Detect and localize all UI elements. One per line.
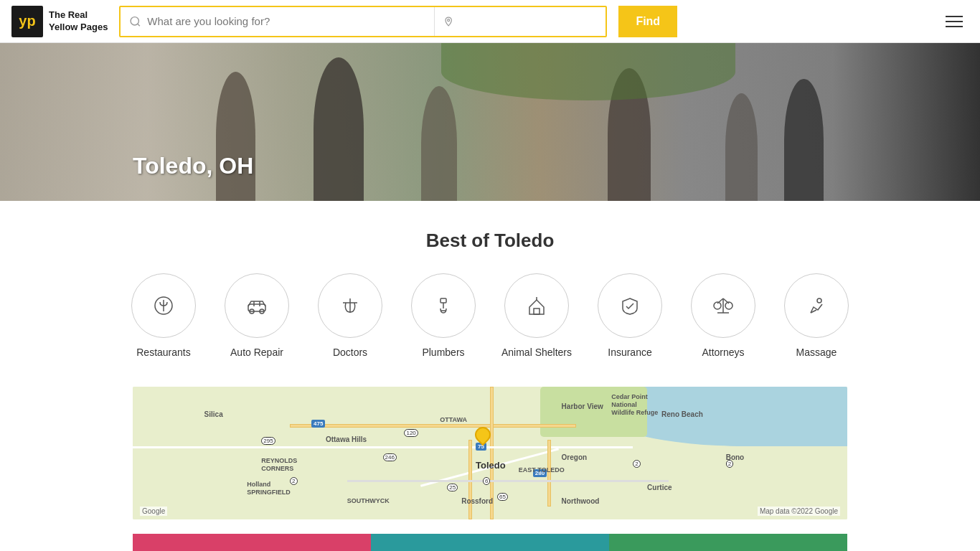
category-item-plumbers[interactable]: Plumbers <box>407 273 479 358</box>
category-label-0: Restaurants <box>136 347 190 358</box>
category-label-4: Animal Shelters <box>501 347 572 358</box>
category-label-6: Attorneys <box>702 347 744 358</box>
map-label-holland: HollandSPRINGFIELD <box>247 481 291 496</box>
card-nearby[interactable]: Nearby Cities in Toledo <box>609 534 847 551</box>
search-what-input[interactable] <box>147 15 425 27</box>
category-circle-6 <box>691 273 755 338</box>
map-label-ottawahills: Ottawa Hills <box>326 435 367 443</box>
svg-point-2 <box>448 19 450 21</box>
category-circle-2 <box>318 273 382 338</box>
hamburger-menu[interactable] <box>940 10 969 33</box>
bottom-cards: Popular Businesses in Toledo Trending Se… <box>133 534 847 551</box>
category-item-attorneys[interactable]: Attorneys <box>687 273 759 358</box>
map-label-curtice: Curtice <box>647 484 672 491</box>
search-where-input[interactable]: Dallas, TX <box>460 15 598 27</box>
category-item-animal-shelters[interactable]: Animal Shelters <box>501 273 573 358</box>
map-label-bono: Bono <box>726 453 745 461</box>
map-section[interactable]: 475 75 280 25 65 295 120 246 2 6 2 2 Har… <box>133 387 847 519</box>
category-circle-7 <box>784 273 849 338</box>
search-where-container: Dallas, TX <box>435 7 606 36</box>
category-item-restaurants[interactable]: Restaurants <box>128 273 199 358</box>
category-item-doctors[interactable]: Doctors <box>314 273 386 358</box>
category-item-auto-repair[interactable]: Auto Repair <box>221 273 293 358</box>
map-label-rossford: Rossford <box>461 497 493 505</box>
hero-banner: Toledo, OH <box>0 43 980 201</box>
logo[interactable]: yp The RealYellow Pages <box>11 6 108 37</box>
search-what-container <box>121 7 435 36</box>
best-title: Best of Toledo <box>14 230 966 252</box>
map-pin <box>475 427 491 443</box>
map-label-easttoledo: EAST TOLEDO <box>519 466 565 474</box>
map-label-ottawa: OTTAWA <box>440 416 467 423</box>
categories-grid: Restaurants Auto Repair Doctors Plumbers… <box>14 273 966 358</box>
map-city-label: Toledo <box>476 460 506 471</box>
category-item-insurance[interactable]: Insurance <box>594 273 666 358</box>
map-label-southwyck: SOUTHWYCK <box>347 497 390 504</box>
map-label-cedarpoint: Cedar PointNationalWildlife Refuge <box>611 393 658 416</box>
category-circle-0 <box>131 273 196 338</box>
map-label-renobeach: Reno Beach <box>661 410 703 418</box>
logo-tagline: The RealYellow Pages <box>49 9 108 34</box>
category-circle-5 <box>598 273 662 338</box>
map-data-credit: Map data ©2022 Google <box>758 507 840 516</box>
svg-rect-15 <box>534 309 540 314</box>
category-label-2: Doctors <box>333 347 367 358</box>
best-section: Best of Toledo Restaurants Auto Repair D… <box>0 201 980 372</box>
map-label-silica: Silica <box>204 410 223 418</box>
svg-point-23 <box>817 298 821 303</box>
svg-point-0 <box>131 17 138 24</box>
map-label-northwood: Northwood <box>562 497 600 505</box>
card-trending[interactable]: Trending Searches in Toledo <box>371 534 609 551</box>
category-circle-3 <box>411 273 476 338</box>
map-label-oregon: Oregon <box>562 453 588 461</box>
svg-rect-12 <box>440 298 446 303</box>
category-item-massage[interactable]: Massage <box>781 273 852 358</box>
search-icon <box>129 15 141 28</box>
find-button[interactable]: Find <box>618 6 677 37</box>
location-icon <box>443 16 453 27</box>
card-popular[interactable]: Popular Businesses in Toledo <box>133 534 371 551</box>
header: yp The RealYellow Pages Dallas, TX Find <box>0 0 980 43</box>
category-label-3: Plumbers <box>422 347 464 358</box>
hero-city-title: Toledo, OH <box>133 153 253 179</box>
category-circle-1 <box>225 273 289 338</box>
map-label-harborview: Harbor View <box>562 402 603 410</box>
category-label-5: Insurance <box>608 347 651 358</box>
map-label-reynolds: REYNOLDSCORNERS <box>261 457 297 473</box>
logo-yp: yp <box>11 6 43 37</box>
map-google-credit: Google <box>140 507 167 516</box>
search-bar: Dallas, TX <box>119 6 607 37</box>
svg-line-1 <box>138 24 140 26</box>
category-label-1: Auto Repair <box>230 347 283 358</box>
category-circle-4 <box>504 273 569 338</box>
category-label-7: Massage <box>796 347 837 358</box>
map-background: 475 75 280 25 65 295 120 246 2 6 2 2 Har… <box>133 387 847 519</box>
svg-rect-5 <box>248 304 265 311</box>
